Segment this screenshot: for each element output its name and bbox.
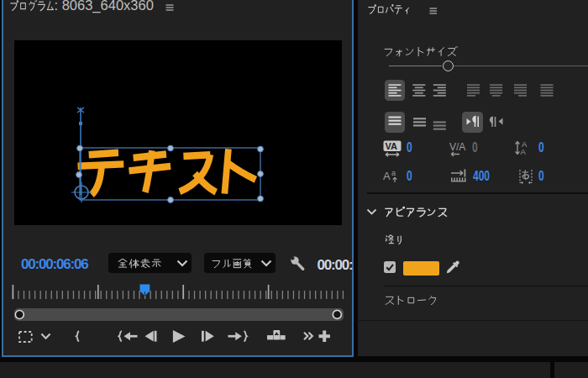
svg-text:a: a — [391, 169, 396, 177]
svg-text:A: A — [383, 170, 391, 182]
